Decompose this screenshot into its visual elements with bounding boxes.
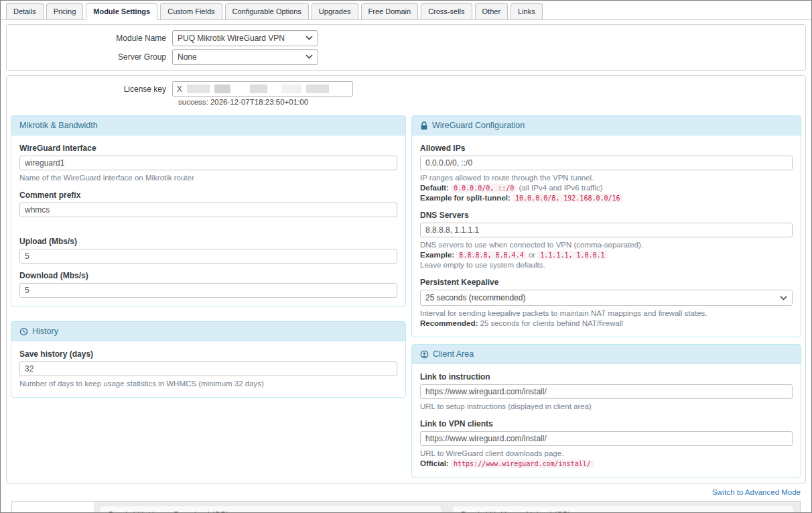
tab-free-domain[interactable]: Free Domain: [361, 3, 419, 19]
upload-label: Upload (Mbs/s): [19, 237, 397, 246]
metric-card-upload: Bandwidth Usage Upload (GB) Configure Pr…: [453, 506, 793, 513]
lock-icon: [420, 121, 428, 130]
wireguard-interface-input[interactable]: [19, 156, 397, 170]
upload-input[interactable]: [19, 249, 397, 264]
link-to-vpn-clients-label: Link to VPN clients: [420, 419, 793, 429]
user-circle-icon: [420, 350, 429, 359]
save-history-label: Save history (days): [19, 349, 397, 359]
panel-history-title: History: [32, 327, 58, 336]
tab-other[interactable]: Other: [475, 3, 509, 19]
allowed-ips-example: Example for split-tunnel: 10.0.0.0/8, 19…: [420, 193, 793, 203]
link-to-instruction-help: URL to setup instructions (displayed in …: [420, 402, 793, 412]
metric-download-label: Bandwidth Usage Download (GB): [109, 510, 228, 513]
module-selection-box: Module Name PUQ Mikrotik WireGuard VPN S…: [6, 24, 806, 71]
redacted-block: [187, 84, 210, 93]
metric-billing-title: Metric Billing: [12, 502, 94, 513]
tab-cross-sells[interactable]: Cross-sells: [421, 3, 472, 19]
chevron-down-icon: [780, 296, 787, 300]
clock-icon: [19, 327, 28, 336]
dns-help: DNS servers to use when connected to VPN…: [420, 240, 793, 250]
server-group-value: None: [178, 52, 197, 62]
link-to-vpn-clients-input[interactable]: [420, 431, 793, 446]
panel-mikrotik-bandwidth: Mikrotik & Bandwidth WireGuard Interface…: [11, 115, 406, 306]
download-label: Download (Mbs/s): [19, 271, 397, 280]
save-history-input[interactable]: [19, 361, 397, 376]
chevron-down-icon: [306, 54, 313, 59]
redacted-block: [214, 84, 230, 93]
allowed-ips-help: IP ranges allowed to route through the V…: [420, 173, 793, 183]
panel-history: History Save history (days) Number of da…: [11, 321, 406, 398]
module-settings-box: License key X success: 2026-12-07T18:23:…: [6, 75, 806, 483]
server-group-label: Server Group: [7, 52, 172, 62]
tab-custom-fields[interactable]: Custom Fields: [160, 3, 222, 19]
link-to-instruction-input[interactable]: [420, 384, 793, 399]
panel-mikrotik-title: Mikrotik & Bandwidth: [19, 121, 98, 130]
allowed-ips-default: Default: 0.0.0.0/0, ::/0 (all IPv4 and I…: [420, 183, 793, 193]
dns-example: Example: 8.8.8.8, 8.8.4.4 or 1.1.1.1, 1.…: [420, 250, 793, 260]
panel-client-area: Client Area Link to instruction URL to s…: [411, 344, 801, 477]
comment-prefix-input[interactable]: [19, 203, 397, 217]
license-status-text: success: 2026-12-07T18:23:50+01:00: [178, 98, 805, 106]
panel-wireguard-title: WireGuard Configuration: [432, 121, 525, 130]
dns-servers-input[interactable]: [420, 223, 793, 237]
keepalive-help: Interval for sending keepalive packets t…: [420, 308, 793, 319]
server-group-select[interactable]: None: [172, 49, 318, 65]
link-to-vpn-clients-help: URL to WireGuard client downloads page.: [420, 449, 793, 459]
switch-to-advanced-mode-link[interactable]: Switch to Advanced Mode: [712, 488, 801, 496]
save-history-help: Number of days to keep usage statistics …: [19, 379, 397, 389]
tab-pricing[interactable]: Pricing: [46, 3, 84, 19]
module-name-label: Module Name: [7, 34, 172, 43]
wireguard-interface-label: WireGuard Interface: [19, 144, 397, 153]
wireguard-interface-help: Name of the WireGuard interface on Mikro…: [19, 173, 397, 183]
module-name-select[interactable]: PUQ Mikrotik WireGuard VPN: [172, 30, 318, 46]
license-key-label: License key: [7, 81, 172, 94]
dns-servers-label: DNS Servers: [420, 211, 793, 220]
redacted-block: [306, 84, 329, 93]
redacted-block: [281, 84, 301, 93]
metric-card-download: Bandwidth Usage Download (GB) Configure …: [100, 506, 441, 513]
allowed-ips-input[interactable]: [420, 156, 793, 170]
tab-configurable-options[interactable]: Configurable Options: [225, 3, 309, 19]
download-input[interactable]: [19, 283, 397, 298]
dns-help-2: Leave empty to use system defaults.: [420, 260, 793, 270]
product-tabs: Details Pricing Module Settings Custom F…: [1, 1, 811, 20]
persistent-keepalive-value: 25 seconds (recommended): [425, 293, 525, 302]
panel-client-area-title: Client Area: [433, 349, 474, 359]
module-name-value: PUQ Mikrotik WireGuard VPN: [178, 34, 285, 43]
allowed-ips-label: Allowed IPs: [420, 144, 793, 153]
panel-wireguard-configuration: WireGuard Configuration Allowed IPs IP r…: [411, 115, 801, 337]
metric-billing-section: Metric Billing Bandwidth Usage Download …: [11, 501, 801, 513]
tab-upgrades[interactable]: Upgrades: [312, 3, 358, 19]
persistent-keepalive-select[interactable]: 25 seconds (recommended): [420, 290, 793, 306]
tab-details[interactable]: Details: [6, 3, 44, 19]
chevron-down-icon: [306, 36, 313, 40]
keepalive-recommended: Recommended: 25 seconds for clients behi…: [420, 319, 793, 329]
license-key-visible-text: X: [177, 84, 182, 94]
link-to-instruction-label: Link to instruction: [420, 372, 793, 382]
comment-prefix-label: Comment prefix: [19, 190, 397, 200]
link-to-vpn-clients-official: Official: https://www.wireguard.com/inst…: [420, 459, 793, 469]
tab-module-settings[interactable]: Module Settings: [86, 3, 157, 20]
persistent-keepalive-label: Persistent Keepalive: [420, 278, 793, 287]
tab-links[interactable]: Links: [511, 3, 543, 19]
redacted-block: [250, 84, 267, 93]
metric-upload-label: Bandwidth Usage Upload (GB): [461, 510, 571, 513]
license-key-input[interactable]: X: [172, 81, 353, 97]
